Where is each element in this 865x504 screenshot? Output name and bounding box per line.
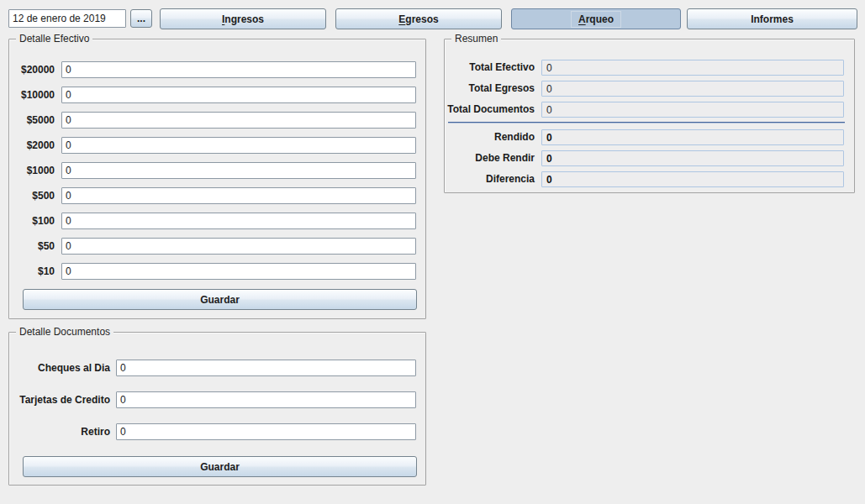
debe-rendir-field: 0 [541,150,844,166]
rendido-field: 0 [541,129,844,145]
denomination-label-1000: $1000 [16,162,55,179]
diferencia-label: Diferencia [445,171,535,187]
denomination-input-100[interactable] [61,213,416,229]
retiro-label: Retiro [16,423,110,440]
denomination-input-1000[interactable] [61,162,416,179]
denomination-input-10[interactable] [61,263,416,280]
date-input[interactable] [8,9,126,28]
denomination-input-5000[interactable] [61,112,416,129]
panel-resumen: Resumen Total Efectivo 0 Total Egresos 0… [444,39,855,193]
rendido-label: Rendido [445,129,535,145]
cheques-input[interactable] [116,360,416,376]
denomination-label-10: $10 [16,263,55,280]
total-efectivo-field: 0 [541,60,844,76]
nav-button-arqueo[interactable]: Arqueo [511,8,681,29]
date-picker-button[interactable]: ... [130,9,152,28]
nav-button-egresos-label: Egresos [391,11,446,28]
panel-detalle-documentos: Detalle Documentos Cheques al Dia Tarjet… [8,332,426,486]
nav-button-ingresos-label: Ingresos [214,11,272,28]
panel-detalle-efectivo: Detalle Efectivo $20000 $10000 $5000 $20… [8,39,426,319]
panel-detalle-documentos-title: Detalle Documentos [16,326,113,338]
denomination-label-5000: $5000 [16,112,55,129]
denomination-label-10000: $10000 [16,87,55,103]
denomination-label-2000: $2000 [16,137,55,154]
denomination-input-50[interactable] [61,238,416,255]
debe-rendir-label: Debe Rendir [445,150,535,166]
total-documentos-field: 0 [541,102,844,118]
denomination-input-20000[interactable] [61,61,416,78]
denomination-input-10000[interactable] [61,87,416,103]
panel-resumen-title: Resumen [451,33,501,45]
nav-button-informes[interactable]: Informes [687,8,857,29]
total-egresos-label: Total Egresos [445,81,535,97]
denomination-input-500[interactable] [61,187,416,204]
panel-detalle-efectivo-title: Detalle Efectivo [16,33,92,45]
nav-button-arqueo-label: Arqueo [571,11,621,28]
tarjetas-label: Tarjetas de Credito [16,391,110,408]
app-window: ... Ingresos Egresos Arqueo Informes Det… [0,0,865,504]
save-efectivo-button[interactable]: Guardar [23,289,417,310]
save-documentos-button[interactable]: Guardar [23,456,417,477]
summary-separator [448,122,845,123]
denomination-label-50: $50 [16,238,55,255]
tarjetas-input[interactable] [116,391,416,408]
retiro-input[interactable] [116,423,416,440]
diferencia-field: 0 [541,171,844,187]
total-efectivo-label: Total Efectivo [445,60,535,76]
nav-button-egresos[interactable]: Egresos [335,8,502,29]
denomination-input-2000[interactable] [61,137,416,154]
total-egresos-field: 0 [541,81,844,97]
cheques-label: Cheques al Dia [16,360,110,376]
total-documentos-label: Total Documentos [445,102,535,118]
nav-button-informes-label: Informes [743,11,801,28]
denomination-label-500: $500 [16,187,55,204]
denomination-label-20000: $20000 [16,61,55,78]
nav-button-ingresos[interactable]: Ingresos [160,8,326,29]
denomination-label-100: $100 [16,213,55,229]
